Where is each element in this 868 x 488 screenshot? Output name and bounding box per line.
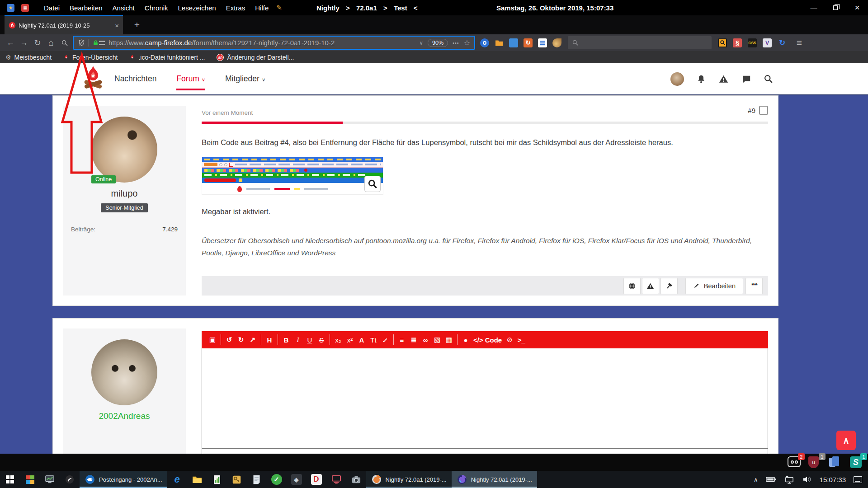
dark-circle-app-icon[interactable] bbox=[60, 471, 80, 488]
tracking-protection-shield-icon[interactable] bbox=[78, 39, 85, 47]
editor-code-glyph[interactable]: </> bbox=[472, 336, 483, 344]
red-monitor-app-icon[interactable] bbox=[326, 471, 346, 488]
chart-doc-icon[interactable] bbox=[207, 471, 227, 488]
taskbar-firefox-window1[interactable]: Nightly 72.0a1 (2019-... bbox=[366, 471, 452, 488]
addon-v-icon[interactable]: V bbox=[763, 38, 772, 47]
action-center-icon[interactable] bbox=[854, 476, 862, 483]
volume-icon[interactable] bbox=[802, 475, 812, 483]
shield-tray-icon[interactable]: u 1 bbox=[808, 456, 822, 468]
sync-arrows-icon[interactable]: ↻ bbox=[778, 38, 787, 47]
editor-code-label[interactable]: Code bbox=[484, 336, 504, 344]
url-bar[interactable]: https://www.camp-firefox.de/forum/thema/… bbox=[73, 36, 475, 49]
key-app-icon[interactable] bbox=[227, 471, 247, 488]
containers-tray-icon[interactable]: 2 bbox=[788, 456, 801, 468]
minimize-button[interactable]: — bbox=[803, 0, 825, 15]
post-select-checkbox[interactable] bbox=[759, 106, 768, 115]
file-explorer-icon[interactable] bbox=[187, 471, 207, 488]
restore-button[interactable] bbox=[825, 0, 846, 15]
bookmark-meistbesucht[interactable]: ⚙ Meistbesucht bbox=[5, 54, 52, 61]
taskbar-firefox-window2[interactable]: Nightly 72.0a1 (2019-... bbox=[452, 471, 537, 488]
tab-close-icon[interactable]: × bbox=[115, 22, 119, 29]
addon-magnifier-icon[interactable] bbox=[718, 38, 727, 47]
scroll-to-top-button[interactable]: ∧ bbox=[836, 431, 856, 450]
letter-d-app-icon[interactable]: D bbox=[307, 471, 326, 488]
extension-list-icon[interactable] bbox=[538, 38, 547, 47]
lock-icon[interactable] bbox=[92, 39, 99, 47]
back-button[interactable]: ← bbox=[4, 36, 17, 50]
addon-script-icon[interactable]: § bbox=[733, 38, 742, 47]
pages-tray-icon[interactable] bbox=[829, 456, 843, 468]
editor-expand-icon[interactable]: ↗ bbox=[247, 336, 258, 344]
extension-feather-icon[interactable] bbox=[552, 38, 561, 47]
notifications-bell-icon[interactable] bbox=[696, 74, 706, 84]
forward-button[interactable]: → bbox=[17, 36, 31, 50]
battery-icon[interactable] bbox=[766, 476, 777, 483]
user-avatar[interactable] bbox=[670, 72, 684, 86]
report-warning-button[interactable] bbox=[642, 278, 659, 294]
nav-mitglieder[interactable]: Mitglieder∨ bbox=[225, 74, 265, 84]
editor-redo-icon[interactable]: ↻ bbox=[236, 336, 246, 344]
editor-superscript-icon[interactable]: x² bbox=[344, 336, 355, 344]
s-app-tray-icon[interactable]: S 1 bbox=[850, 456, 863, 468]
forum-search-icon[interactable] bbox=[764, 74, 773, 84]
editor-table-icon[interactable]: ▦ bbox=[443, 336, 454, 344]
menu-item[interactable]: Hilfe bbox=[250, 4, 274, 12]
camera-app-icon[interactable] bbox=[346, 471, 366, 488]
thumb-zoom-overlay[interactable] bbox=[364, 176, 381, 192]
post-timestamp[interactable]: Vor einem Moment bbox=[202, 106, 253, 116]
urlbar-dropdown-icon[interactable]: ∨ bbox=[419, 40, 423, 46]
editor-align-icon[interactable]: ≣ bbox=[408, 336, 419, 344]
search-field[interactable] bbox=[568, 36, 712, 49]
editor-strikethrough-icon[interactable]: S bbox=[316, 336, 327, 344]
author-name[interactable]: 2002Andreas bbox=[99, 411, 150, 421]
reload-button[interactable]: ↻ bbox=[31, 36, 44, 50]
menu-item[interactable]: Chronik bbox=[140, 4, 173, 12]
extension-files-icon[interactable] bbox=[509, 38, 518, 47]
post-attachment-thumbnail[interactable] bbox=[202, 157, 383, 195]
editor-fontsize-icon[interactable]: Tt bbox=[368, 336, 379, 344]
milupo-avatar[interactable] bbox=[91, 117, 157, 183]
nav-forum[interactable]: Forum∨ bbox=[176, 74, 205, 84]
editor-underline-icon[interactable]: U bbox=[304, 336, 315, 344]
moderation-hammer-button[interactable] bbox=[660, 278, 678, 294]
bookmark-ico-datei[interactable]: .ico-Datei funktioniert ... bbox=[129, 54, 205, 61]
editor-bold-icon[interactable]: B bbox=[281, 336, 292, 344]
start-button[interactable] bbox=[0, 471, 20, 488]
editor-textcolor-icon[interactable]: A bbox=[356, 336, 367, 344]
notes-app-icon[interactable] bbox=[247, 471, 267, 488]
network-icon[interactable] bbox=[784, 475, 794, 484]
extension-sync-icon[interactable]: ↻ bbox=[524, 38, 533, 47]
edge-icon[interactable]: e bbox=[167, 471, 187, 488]
share-globe-button[interactable] bbox=[623, 278, 641, 294]
editor-link-icon[interactable]: ∞ bbox=[420, 336, 431, 344]
green-check-icon[interactable]: ✓ bbox=[267, 471, 287, 488]
nav-nachrichten[interactable]: Nachrichten bbox=[114, 74, 156, 84]
menu-item[interactable]: Datei bbox=[39, 4, 65, 12]
messages-chat-icon[interactable] bbox=[741, 74, 751, 84]
bookmark-foren-uebersicht[interactable]: Foren-Übersicht bbox=[63, 54, 118, 61]
alerts-warning-icon[interactable] bbox=[718, 74, 729, 84]
editor-list-icon[interactable]: ≡ bbox=[396, 336, 407, 344]
editor-comment-icon[interactable]: ● bbox=[460, 336, 471, 344]
menu-item[interactable]: Bearbeiten bbox=[65, 4, 108, 12]
editor-terminal-icon[interactable]: >_ bbox=[516, 336, 527, 344]
editor-source-icon[interactable]: ▣ bbox=[207, 336, 218, 344]
edit-post-button[interactable]: Bearbeiten bbox=[685, 278, 743, 294]
tab-nightly[interactable]: Nightly 72.0a1 (2019-10-25 × bbox=[5, 15, 123, 34]
author-name[interactable]: milupo bbox=[111, 188, 138, 199]
editor-brush-icon[interactable] bbox=[380, 336, 391, 344]
editor-image-icon[interactable]: ▧ bbox=[432, 336, 443, 344]
addon-css-icon[interactable]: CSS bbox=[748, 38, 757, 47]
bookmark-aenderung[interactable]: sh Änderung der Darstell... bbox=[217, 54, 294, 61]
menu-item[interactable]: Lesezeichen bbox=[173, 4, 221, 12]
posts-count[interactable]: 7.429 bbox=[162, 226, 178, 233]
taskbar-thunderbird-button[interactable]: Posteingang - 2002An... bbox=[80, 471, 167, 488]
page-actions-icon[interactable]: ••• bbox=[453, 40, 459, 46]
menu-item[interactable]: Ansicht bbox=[108, 4, 140, 12]
search-shortcut-icon[interactable] bbox=[58, 36, 71, 50]
editor-undo-icon[interactable]: ↺ bbox=[224, 336, 235, 344]
post-number[interactable]: #9 bbox=[748, 107, 755, 114]
extension-folder-icon[interactable] bbox=[495, 38, 504, 47]
extension-globe-icon[interactable] bbox=[480, 38, 489, 47]
dark-box-app-icon[interactable]: ◈ bbox=[287, 471, 307, 488]
